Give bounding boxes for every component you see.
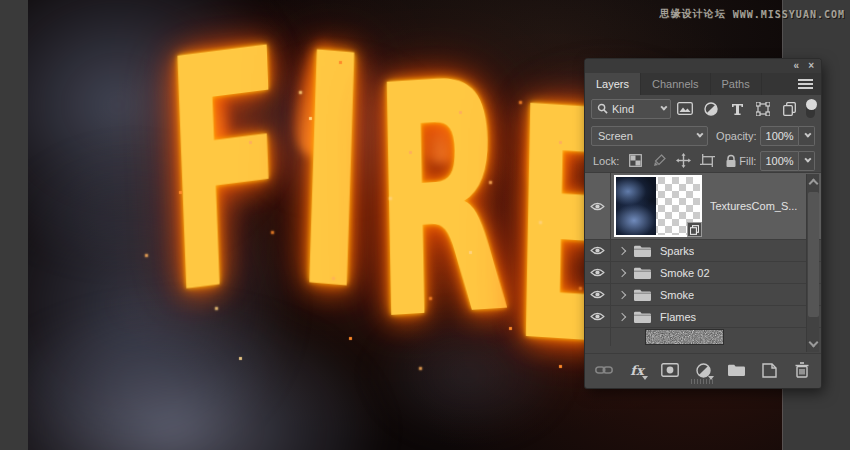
panel-header: « × <box>585 59 821 73</box>
eye-icon <box>590 289 605 300</box>
eye-icon <box>590 201 605 212</box>
layer-group-row-smoke-02[interactable]: Smoke 02 <box>585 262 821 284</box>
blend-mode-row: Screen Opacity: 100% <box>585 122 821 149</box>
scrollbar-thumb[interactable] <box>808 192 819 317</box>
chevron-down-icon <box>804 131 811 138</box>
filter-kind-dropdown[interactable]: Kind <box>591 99 671 119</box>
group-folder-icon <box>633 244 652 258</box>
opacity-dropdown-button[interactable] <box>799 126 815 146</box>
visibility-cell[interactable] <box>585 262 611 283</box>
layer-name[interactable]: Sparks <box>660 245 694 257</box>
layer-row-partial[interactable] <box>585 328 821 346</box>
layer-name[interactable]: Smoke <box>660 289 694 301</box>
layer-style-button[interactable]: fx <box>627 360 647 380</box>
layer-thumbnail[interactable] <box>614 175 702 237</box>
filter-on-off-toggle[interactable] <box>806 100 815 118</box>
layers-list: TexturesCom_S... Sparks Smoke 02 <box>585 173 821 353</box>
fill-value-field[interactable]: 100% <box>760 151 798 171</box>
eye-icon <box>590 311 605 322</box>
layer-group-row-smoke[interactable]: Smoke <box>585 284 821 306</box>
delete-layer-button[interactable] <box>792 360 812 380</box>
group-folder-icon <box>633 288 652 302</box>
fire-sparks <box>28 0 29 1</box>
visibility-cell[interactable] <box>585 284 611 305</box>
opacity-value-field[interactable]: 100% <box>760 126 798 146</box>
layer-name[interactable]: TexturesCom_S... <box>710 200 797 212</box>
filter-adjustment-layers-icon[interactable] <box>703 100 720 117</box>
close-panel-icon[interactable]: × <box>808 61 813 71</box>
new-layer-button[interactable] <box>759 360 779 380</box>
chevron-down-icon <box>642 376 648 380</box>
blend-mode-value: Screen <box>598 130 696 142</box>
watermark-site-name: 思缘设计论坛 <box>660 8 726 19</box>
visibility-cell[interactable] <box>585 306 611 327</box>
blend-mode-dropdown[interactable]: Screen <box>591 126 708 146</box>
tab-paths[interactable]: Paths <box>711 73 762 95</box>
chevron-down-icon <box>696 131 703 138</box>
layers-scrollbar[interactable] <box>806 174 819 352</box>
lock-row: Lock: Fill: 100% <box>585 149 821 173</box>
layers-panel: « × Layers Channels Paths Kind <box>585 59 821 388</box>
smoke-texture-thumbnail <box>616 177 656 235</box>
link-layers-button[interactable] <box>594 360 614 380</box>
filter-shape-layers-icon[interactable] <box>755 100 772 117</box>
panel-menu-icon[interactable] <box>798 79 813 89</box>
watermark-site-url: WWW.MISSYUAN.COM <box>733 9 845 20</box>
trash-icon <box>795 362 809 378</box>
layer-filter-row: Kind <box>585 95 821 122</box>
lock-transparent-pixels-icon[interactable] <box>627 153 643 169</box>
new-group-button[interactable] <box>726 360 746 380</box>
tab-layers[interactable]: Layers <box>585 73 641 95</box>
fire-letter-i: I <box>290 10 374 336</box>
layer-group-row-flames[interactable]: Flames <box>585 306 821 328</box>
group-folder-icon <box>633 310 652 324</box>
disclosure-chevron-icon[interactable] <box>618 290 626 298</box>
visibility-cell[interactable] <box>585 240 611 261</box>
new-layer-icon <box>762 363 777 378</box>
fire-letter-r: R <box>370 36 512 364</box>
collapse-panel-icon[interactable]: « <box>794 61 799 71</box>
search-icon <box>597 103 608 114</box>
chevron-down-icon <box>804 156 811 163</box>
disclosure-chevron-icon[interactable] <box>618 268 626 276</box>
chevron-down-icon <box>660 104 667 111</box>
lock-position-icon[interactable] <box>675 153 691 169</box>
lock-label: Lock: <box>593 155 619 167</box>
folder-icon <box>727 363 746 377</box>
filter-smart-objects-icon[interactable] <box>781 100 798 117</box>
layer-name[interactable]: Smoke 02 <box>660 267 710 279</box>
panel-resize-grip[interactable] <box>691 379 715 384</box>
fill-dropdown-button[interactable] <box>799 151 815 171</box>
filter-type-layers-icon[interactable] <box>729 100 746 117</box>
opacity-label: Opacity: <box>716 130 756 142</box>
scroll-up-icon[interactable] <box>809 179 819 189</box>
panel-tab-bar: Layers Channels Paths <box>585 73 821 95</box>
noise-texture-thumbnail[interactable] <box>645 329 724 345</box>
add-layer-mask-button[interactable] <box>660 360 680 380</box>
fire-letter-f: F <box>160 5 292 339</box>
layer-group-row-sparks[interactable]: Sparks <box>585 240 821 262</box>
panel-toolbar: fx <box>585 353 821 386</box>
fill-label: Fill: <box>739 155 756 167</box>
layer-name[interactable]: Flames <box>660 311 696 323</box>
group-folder-icon <box>633 266 652 280</box>
watermark: 思缘设计论坛 WWW.MISSYUAN.COM <box>660 7 845 21</box>
lock-artboard-icon[interactable] <box>699 153 715 169</box>
photoshop-workspace: F I R E 思缘设计论坛 WWW.MISSYUAN.COM « × Laye… <box>0 0 850 450</box>
disclosure-chevron-icon[interactable] <box>618 312 626 320</box>
filter-pixel-layers-icon[interactable] <box>677 100 694 117</box>
lock-image-pixels-icon[interactable] <box>651 153 667 169</box>
layer-mask-icon <box>661 363 679 377</box>
visibility-cell[interactable] <box>585 173 611 239</box>
layer-row-selected[interactable]: TexturesCom_S... <box>585 173 821 240</box>
smart-object-badge-icon <box>687 222 702 237</box>
scroll-down-icon[interactable] <box>809 338 819 348</box>
filter-kind-label: Kind <box>612 103 656 115</box>
new-adjustment-layer-button[interactable] <box>693 360 713 380</box>
eye-icon <box>590 245 605 256</box>
eye-icon <box>590 267 605 278</box>
lock-all-icon[interactable] <box>723 153 739 169</box>
disclosure-chevron-icon[interactable] <box>618 246 626 254</box>
visibility-cell[interactable] <box>585 328 611 346</box>
tab-channels[interactable]: Channels <box>641 73 710 95</box>
